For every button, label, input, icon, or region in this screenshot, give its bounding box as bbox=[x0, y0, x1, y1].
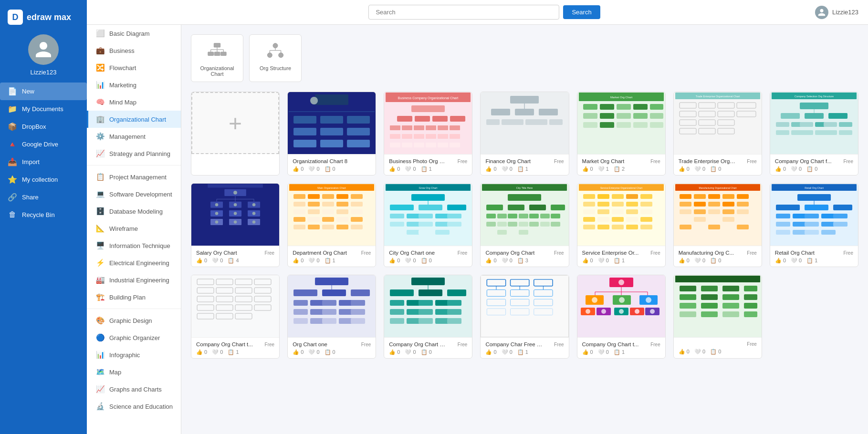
cat-info-tech[interactable]: 🖥️ Information Technique bbox=[87, 237, 181, 254]
svg-rect-198 bbox=[418, 230, 433, 235]
thumb-business-photo: Business Company Organizational Chart bbox=[384, 92, 472, 154]
svg-rect-126 bbox=[208, 184, 263, 188]
cat-database[interactable]: 🗄️ Database Modeling bbox=[87, 203, 181, 220]
cat-graphic-organizer[interactable]: 🔵 Graphic Organizer bbox=[87, 329, 181, 346]
sidebar-item-recycle-bin[interactable]: 🗑 Recycle Bin bbox=[0, 206, 87, 223]
thumb-company-f: Company Selection Org Structure bbox=[770, 92, 858, 154]
svg-text:City Title Here: City Title Here bbox=[516, 186, 533, 189]
svg-rect-98 bbox=[699, 120, 715, 125]
template-retail[interactable]: Retail Org Chart bbox=[770, 183, 858, 267]
sidebar-item-dropbox[interactable]: 📦 DropBox bbox=[0, 118, 87, 135]
svg-rect-205 bbox=[529, 205, 546, 210]
cat-software-dev[interactable]: 💻 Software Development bbox=[87, 186, 181, 203]
cat-wireframe[interactable]: 📐 Wireframe bbox=[87, 220, 181, 237]
sidebar-item-new[interactable]: 📄 New bbox=[0, 83, 87, 100]
svg-point-389 bbox=[586, 309, 590, 314]
svg-point-135 bbox=[215, 203, 219, 207]
title-row-finance: Finance Org Chart Free bbox=[485, 158, 564, 164]
template-extra-teal[interactable]: Free 👍 0 🤍 0 📋 0 bbox=[673, 275, 762, 359]
template-business-photo[interactable]: Business Company Organizational Chart bbox=[384, 92, 472, 176]
cat-marketing[interactable]: 📊 Marketing bbox=[87, 76, 181, 93]
svg-rect-315 bbox=[235, 305, 252, 310]
template-org-chart-8[interactable]: Organizational Chart 8 👍 0 🤍 0 📋 0 bbox=[287, 92, 376, 176]
logo-icon: D bbox=[8, 10, 23, 25]
template-company-t[interactable]: Company Org Chart t... Free 👍 0 🤍 0 📋 1 bbox=[191, 275, 280, 359]
template-info-company-f: Company Org Chart f... Free 👍 0 🤍 0 📋 0 bbox=[770, 154, 858, 175]
svg-rect-184 bbox=[418, 205, 442, 210]
sidebar-item-google-drive[interactable]: 🔺 Google Drive bbox=[0, 135, 87, 153]
template-company-char-free[interactable]: Company Char Free Org Free 👍 0 🤍 0 📋 1 bbox=[480, 275, 569, 359]
cat-org-chart[interactable]: 🏢 Organizational Chart bbox=[87, 111, 181, 128]
cat-infographic[interactable]: 📊 Infographic bbox=[87, 346, 181, 363]
cat-management[interactable]: ⚙️ Management bbox=[87, 128, 181, 145]
template-manufacturing[interactable]: Manufacturing Organizational Chart bbox=[673, 183, 762, 267]
svg-rect-211 bbox=[529, 214, 539, 218]
svg-rect-116 bbox=[776, 130, 789, 135]
cat-electrical[interactable]: ⚡ Electrical Engineering bbox=[87, 254, 181, 271]
sidebar-item-my-documents[interactable]: 📁 My Documents bbox=[0, 100, 87, 118]
cat-basic-diagram[interactable]: ⬜ Basic Diagram bbox=[87, 25, 181, 42]
sidebar-item-my-collection[interactable]: ⭐ My collection bbox=[0, 171, 87, 188]
cat-map[interactable]: 🗺️ Map bbox=[87, 363, 181, 381]
cat-flowchart[interactable]: 🔀 Flowchart bbox=[87, 59, 181, 76]
thumb-market: Market Org Chart bbox=[577, 92, 665, 154]
svg-rect-52 bbox=[450, 143, 460, 147]
cat-icon-strategy: 📈 bbox=[96, 149, 105, 158]
template-city-org[interactable]: Grow Org Chart bbox=[384, 183, 472, 267]
my-documents-icon: 📁 bbox=[8, 104, 17, 114]
cat-science[interactable]: 🔬 Science and Education bbox=[87, 398, 181, 415]
thumb-trade: Trade Enterprise Organizational Chart bbox=[674, 92, 762, 154]
svg-point-15 bbox=[279, 53, 283, 58]
svg-rect-178 bbox=[351, 225, 363, 229]
template-company-colorful[interactable]: Company Org Chart t... Free 👍 0 🤍 0 📋 1 bbox=[577, 275, 666, 359]
template-company-org-f[interactable]: Company Selection Org Structure bbox=[770, 92, 858, 176]
template-trade-enterprise[interactable]: Trade Enterprise Organizational Chart bbox=[673, 92, 762, 176]
topbar-avatar-icon bbox=[817, 8, 826, 17]
svg-rect-23 bbox=[320, 128, 343, 135]
svg-rect-272 bbox=[708, 217, 720, 222]
template-org-chart-one[interactable]: Org Chart one Free 👍 0 🤍 0 📋 0 bbox=[287, 275, 376, 359]
svg-rect-335 bbox=[293, 318, 308, 324]
cat-building[interactable]: 🏗️ Building Plan bbox=[87, 289, 181, 306]
svg-rect-125 bbox=[815, 138, 828, 143]
svg-rect-318 bbox=[216, 313, 233, 319]
svg-point-143 bbox=[234, 212, 237, 215]
template-department[interactable]: Main Organization Chart bbox=[287, 183, 376, 267]
search-input[interactable] bbox=[368, 5, 559, 20]
template-info-company-org-free: Company Org Chart Free Free 👍 0 🤍 0 📋 0 bbox=[384, 337, 472, 358]
cat-icon-software: 💻 bbox=[96, 190, 105, 198]
cat-icon-electrical: ⚡ bbox=[96, 258, 105, 267]
cat-mindmap[interactable]: 🧠 Mind Map bbox=[87, 93, 181, 111]
char-free-svg bbox=[481, 276, 568, 337]
type-card-org-chart[interactable]: Organizational Chart bbox=[191, 34, 243, 82]
add-new-card[interactable]: + bbox=[191, 92, 280, 176]
sidebar-item-share[interactable]: 🔗 Share bbox=[0, 188, 87, 206]
template-service-enterprise[interactable]: Service Enterprise Organizational Chart bbox=[577, 183, 666, 267]
sidebar-item-import[interactable]: 📥 Import bbox=[0, 153, 87, 171]
svg-rect-38 bbox=[426, 125, 436, 130]
svg-rect-342 bbox=[390, 289, 414, 296]
cat-industrial[interactable]: 🏭 Industrial Engineering bbox=[87, 271, 181, 289]
svg-rect-327 bbox=[322, 300, 336, 306]
cat-business[interactable]: 💼 Business bbox=[87, 42, 181, 59]
template-salary[interactable]: Salary Ory Chart Free 👍 0 🤍 0 📋 4 bbox=[191, 183, 280, 267]
svg-rect-279 bbox=[737, 225, 749, 229]
type-card-org-structure[interactable]: Org Structure bbox=[249, 34, 302, 82]
cat-strategy[interactable]: 📈 Strategy and Planning bbox=[87, 145, 181, 162]
templates-grid: + bbox=[191, 92, 858, 359]
title-row-colorful: Company Org Chart t... Free bbox=[582, 341, 660, 347]
template-company-org-free[interactable]: Company Org Chart Free Free 👍 0 🤍 0 📋 0 bbox=[384, 275, 472, 359]
svg-rect-73 bbox=[600, 104, 614, 110]
svg-rect-319 bbox=[235, 313, 252, 319]
svg-rect-349 bbox=[447, 300, 461, 306]
cat-graphs[interactable]: 📈 Graphs and Charts bbox=[87, 381, 181, 398]
cat-project-mgmt[interactable]: 📋 Project Management bbox=[87, 168, 181, 186]
svg-rect-221 bbox=[486, 230, 496, 235]
template-finance-org[interactable]: Finance Org Chart Free 👍 0 🤍 0 📋 1 bbox=[480, 92, 569, 176]
template-market-org[interactable]: Market Org Chart bbox=[577, 92, 666, 176]
svg-rect-102 bbox=[718, 128, 734, 134]
cat-graphic-design[interactable]: 🎨 Graphic Design bbox=[87, 312, 181, 329]
search-button[interactable]: Search bbox=[563, 5, 600, 19]
svg-rect-312 bbox=[254, 296, 271, 302]
template-company-org[interactable]: City Title Here bbox=[480, 183, 569, 267]
